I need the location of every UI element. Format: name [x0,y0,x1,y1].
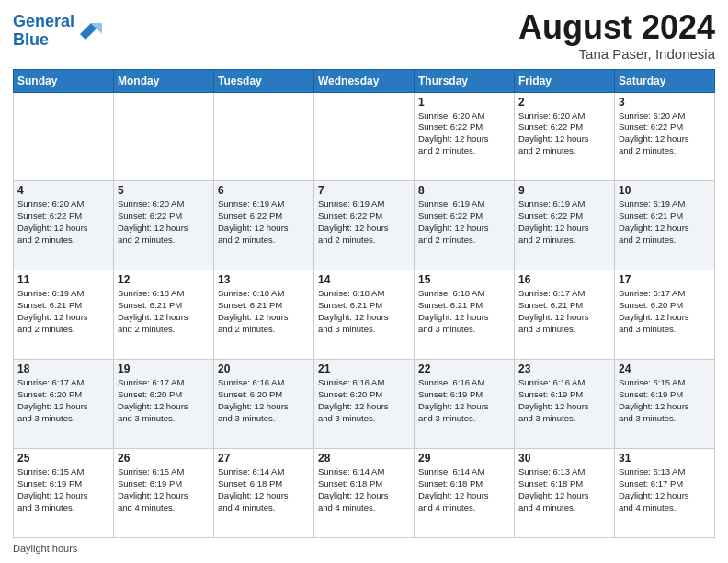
weekday-header-row: SundayMondayTuesdayWednesdayThursdayFrid… [14,69,715,92]
calendar-cell: 24Sunrise: 6:15 AM Sunset: 6:19 PM Dayli… [615,360,715,449]
main-title: August 2024 [518,9,715,46]
day-number: 18 [17,362,109,375]
day-info: Sunrise: 6:17 AM Sunset: 6:20 PM Dayligh… [619,288,711,335]
logo: General Blue [13,13,104,50]
day-number: 24 [619,362,711,375]
calendar-cell: 18Sunrise: 6:17 AM Sunset: 6:20 PM Dayli… [14,360,114,449]
calendar-cell: 13Sunrise: 6:18 AM Sunset: 6:21 PM Dayli… [214,270,314,360]
week-row-1: 1Sunrise: 6:20 AM Sunset: 6:22 PM Daylig… [14,92,715,181]
calendar-cell [14,92,114,181]
day-number: 6 [218,184,310,197]
logo-line1: General [13,12,74,30]
day-number: 3 [619,96,711,109]
day-info: Sunrise: 6:16 AM Sunset: 6:20 PM Dayligh… [218,377,310,424]
calendar-cell: 3Sunrise: 6:20 AM Sunset: 6:22 PM Daylig… [615,92,715,181]
day-number: 22 [418,362,510,375]
day-number: 10 [619,184,711,197]
day-info: Sunrise: 6:17 AM Sunset: 6:21 PM Dayligh… [518,288,610,335]
day-info: Sunrise: 6:19 AM Sunset: 6:22 PM Dayligh… [518,199,610,246]
day-info: Sunrise: 6:15 AM Sunset: 6:19 PM Dayligh… [619,377,711,424]
calendar-cell [214,92,314,181]
calendar-cell: 17Sunrise: 6:17 AM Sunset: 6:20 PM Dayli… [615,270,715,360]
calendar-cell: 1Sunrise: 6:20 AM Sunset: 6:22 PM Daylig… [415,92,515,181]
day-number: 5 [118,184,210,197]
logo-line2: Blue [13,30,49,49]
weekday-header-monday: Monday [114,69,214,92]
day-number: 29 [418,452,510,465]
day-info: Sunrise: 6:19 AM Sunset: 6:22 PM Dayligh… [318,199,410,246]
day-info: Sunrise: 6:18 AM Sunset: 6:21 PM Dayligh… [318,288,410,335]
title-block: August 2024 Tana Paser, Indonesia [518,9,715,62]
day-info: Sunrise: 6:20 AM Sunset: 6:22 PM Dayligh… [17,199,109,246]
day-number: 13 [218,273,310,286]
day-info: Sunrise: 6:19 AM Sunset: 6:22 PM Dayligh… [418,199,510,246]
day-info: Sunrise: 6:20 AM Sunset: 6:22 PM Dayligh… [518,110,610,157]
calendar-cell: 26Sunrise: 6:15 AM Sunset: 6:19 PM Dayli… [114,449,214,538]
calendar-cell: 11Sunrise: 6:19 AM Sunset: 6:21 PM Dayli… [14,270,114,360]
weekday-header-wednesday: Wednesday [314,69,415,92]
day-info: Sunrise: 6:17 AM Sunset: 6:20 PM Dayligh… [118,377,210,424]
calendar-cell: 15Sunrise: 6:18 AM Sunset: 6:21 PM Dayli… [415,270,515,360]
calendar-cell: 20Sunrise: 6:16 AM Sunset: 6:20 PM Dayli… [214,360,314,449]
day-number: 31 [619,452,711,465]
calendar-cell: 14Sunrise: 6:18 AM Sunset: 6:21 PM Dayli… [314,270,415,360]
week-row-2: 4Sunrise: 6:20 AM Sunset: 6:22 PM Daylig… [14,181,715,270]
day-number: 14 [318,273,410,286]
logo-text: General Blue [13,13,74,50]
week-row-4: 18Sunrise: 6:17 AM Sunset: 6:20 PM Dayli… [14,360,715,449]
day-number: 27 [218,452,310,465]
calendar-cell: 2Sunrise: 6:20 AM Sunset: 6:22 PM Daylig… [515,92,615,181]
calendar-cell: 31Sunrise: 6:13 AM Sunset: 6:17 PM Dayli… [615,449,715,538]
calendar-cell [314,92,415,181]
logo-icon [76,17,104,45]
day-info: Sunrise: 6:18 AM Sunset: 6:21 PM Dayligh… [118,288,210,335]
calendar-cell: 6Sunrise: 6:19 AM Sunset: 6:22 PM Daylig… [214,181,314,270]
day-info: Sunrise: 6:20 AM Sunset: 6:22 PM Dayligh… [118,199,210,246]
footer-text: Daylight hours [13,543,77,554]
day-number: 4 [17,184,109,197]
day-info: Sunrise: 6:19 AM Sunset: 6:21 PM Dayligh… [17,288,109,335]
day-info: Sunrise: 6:14 AM Sunset: 6:18 PM Dayligh… [418,466,510,513]
day-info: Sunrise: 6:18 AM Sunset: 6:21 PM Dayligh… [218,288,310,335]
calendar-cell: 9Sunrise: 6:19 AM Sunset: 6:22 PM Daylig… [515,181,615,270]
day-number: 20 [218,362,310,375]
calendar-cell: 19Sunrise: 6:17 AM Sunset: 6:20 PM Dayli… [114,360,214,449]
calendar-table: SundayMondayTuesdayWednesdayThursdayFrid… [13,69,715,538]
day-info: Sunrise: 6:17 AM Sunset: 6:20 PM Dayligh… [17,377,109,424]
day-number: 8 [418,184,510,197]
day-number: 26 [118,452,210,465]
week-row-3: 11Sunrise: 6:19 AM Sunset: 6:21 PM Dayli… [14,270,715,360]
calendar-cell: 25Sunrise: 6:15 AM Sunset: 6:19 PM Dayli… [14,449,114,538]
calendar-cell: 21Sunrise: 6:16 AM Sunset: 6:20 PM Dayli… [314,360,415,449]
day-number: 16 [518,273,610,286]
day-number: 7 [318,184,410,197]
calendar-cell [114,92,214,181]
day-number: 23 [518,362,610,375]
calendar-cell: 23Sunrise: 6:16 AM Sunset: 6:19 PM Dayli… [515,360,615,449]
calendar-cell: 5Sunrise: 6:20 AM Sunset: 6:22 PM Daylig… [114,181,214,270]
day-info: Sunrise: 6:16 AM Sunset: 6:20 PM Dayligh… [318,377,410,424]
day-number: 25 [17,452,109,465]
day-number: 15 [418,273,510,286]
day-number: 30 [518,452,610,465]
weekday-header-friday: Friday [515,69,615,92]
calendar-cell: 10Sunrise: 6:19 AM Sunset: 6:21 PM Dayli… [615,181,715,270]
calendar-cell: 4Sunrise: 6:20 AM Sunset: 6:22 PM Daylig… [14,181,114,270]
weekday-header-saturday: Saturday [615,69,715,92]
day-number: 12 [118,273,210,286]
day-number: 9 [518,184,610,197]
calendar-cell: 7Sunrise: 6:19 AM Sunset: 6:22 PM Daylig… [314,181,415,270]
weekday-header-sunday: Sunday [14,69,114,92]
day-info: Sunrise: 6:20 AM Sunset: 6:22 PM Dayligh… [619,110,711,157]
day-info: Sunrise: 6:19 AM Sunset: 6:22 PM Dayligh… [218,199,310,246]
footer-note: Daylight hours [13,543,715,554]
day-info: Sunrise: 6:20 AM Sunset: 6:22 PM Dayligh… [418,110,510,157]
subtitle: Tana Paser, Indonesia [518,46,715,62]
day-info: Sunrise: 6:13 AM Sunset: 6:17 PM Dayligh… [619,466,711,513]
calendar-cell: 12Sunrise: 6:18 AM Sunset: 6:21 PM Dayli… [114,270,214,360]
day-info: Sunrise: 6:14 AM Sunset: 6:18 PM Dayligh… [318,466,410,513]
day-number: 2 [518,96,610,109]
day-number: 1 [418,96,510,109]
day-info: Sunrise: 6:16 AM Sunset: 6:19 PM Dayligh… [518,377,610,424]
day-number: 11 [17,273,109,286]
